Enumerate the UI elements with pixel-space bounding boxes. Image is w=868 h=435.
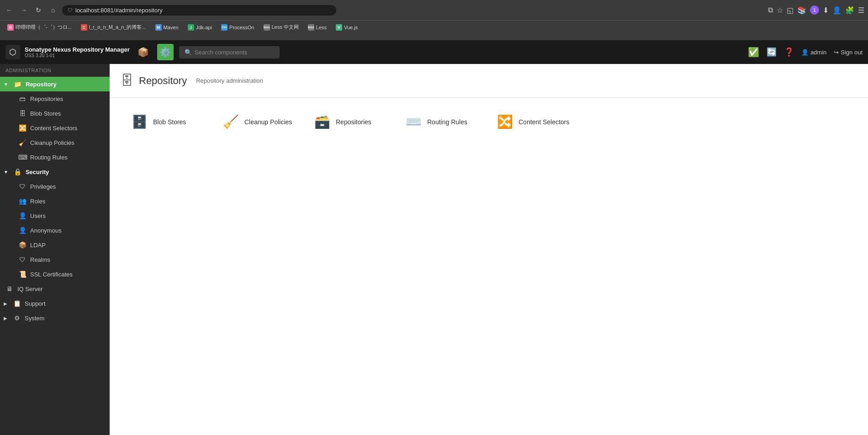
bookmark-less[interactable]: less Less [304,23,330,32]
address-text: localhost:8081/#admin/repository [75,7,163,14]
maven-favicon: M [155,24,162,31]
admin-name: admin [810,49,826,56]
refresh-icon[interactable]: 🔄 [767,47,777,57]
top-nav: ⬡ Sonatype Nexus Repository Manager OSS … [0,40,868,64]
app-title: Sonatype Nexus Repository Manager [25,46,130,53]
bookmark-less-cn[interactable]: less Less 中文网 [260,23,302,32]
sidebar-security-label: Security [26,169,49,175]
card-content-selectors[interactable]: 🔀 Content Selectors [486,107,580,137]
card-blob-stores[interactable]: 🗄️ Blob Stores [121,107,212,137]
page-subtitle: Repository administration [196,77,263,84]
sidebar-item-roles[interactable]: 👥 Roles [0,194,110,208]
bilibili-favicon: B [7,24,14,31]
repositories-icon: 🗃 [18,95,26,102]
app-container: ⬡ Sonatype Nexus Repository Manager OSS … [0,40,868,435]
cards-grid: 🗄️ Blob Stores 🧹 Cleanup Policies 🗃️ Rep… [110,98,868,146]
card-cleanup-policies[interactable]: 🧹 Cleanup Policies [212,107,303,137]
sidebar-item-content-selectors[interactable]: 🔀 Content Selectors [0,121,110,135]
bookmark-vuejs[interactable]: V Vue.js [332,23,361,32]
sidebar-item-security[interactable]: ▼ 🔒 Security [0,164,110,179]
menu-icon[interactable]: ☰ [858,6,864,15]
extensions-icon[interactable]: 🧩 [845,6,854,15]
sidebar-item-anonymous[interactable]: 👤 Anonymous [0,223,110,238]
sidebar-item-blob-stores[interactable]: 🗄 Blob Stores [0,106,110,121]
sidebar-item-routing-rules[interactable]: ⌨ Routing Rules [0,150,110,164]
translate-icon[interactable]: ⧉ [768,6,773,14]
sidebar-item-system[interactable]: ▶ ⚙ System [0,311,110,325]
sidebar-item-ssl-certificates[interactable]: 📜 SSL Certificates [0,267,110,281]
sidebar-item-repository[interactable]: ▼ 📁 Repository [0,77,110,91]
sidebar-system-label: System [25,315,44,322]
browse-icon-btn[interactable]: 📦 [135,44,152,60]
profile-icon[interactable]: 👤 [832,6,842,15]
repository-arrow-icon: ▼ [4,82,8,87]
bookmark-blog[interactable]: C l_r_o_n_M_a_n_的博客... [77,23,150,32]
blob-stores-card-label: Blob Stores [153,118,186,126]
bookmarks-bar: B 哔哩哔哩（゜-゜）つロ... C l_r_o_n_M_a_n_的博客... … [0,20,868,34]
address-bar[interactable]: 🛡 localhost:8081/#admin/repository [62,5,336,16]
sidebar-iq-server-label: IQ Server [17,286,43,292]
back-button[interactable]: ← [4,5,15,16]
sidebar-item-privileges[interactable]: 🛡 Privileges [0,179,110,194]
bookmarks-icon[interactable]: 📚 [797,6,806,15]
sidebar-item-cleanup-policies[interactable]: 🧹 Cleanup Policies [0,135,110,150]
roles-icon: 👥 [18,197,26,205]
sidebar-item-support[interactable]: ▶ 📋 Support [0,296,110,311]
sidebar-ldap-label: LDAP [30,242,46,249]
sidebar-routing-rules-label: Routing Rules [30,154,68,161]
privileges-icon: 🛡 [18,183,26,190]
sidebar-repository-label: Repository [26,81,57,88]
bookmark-jdk[interactable]: J Jdk-api [184,23,216,32]
sidebar-cleanup-policies-label: Cleanup Policies [30,139,74,146]
signout-button[interactable]: ↪ Sign out [834,49,863,56]
system-icon: ⚙ [13,314,21,322]
jdk-favicon: J [188,24,194,31]
bookmark-maven[interactable]: M Maven [152,23,182,32]
sidebar-item-realms[interactable]: 🛡 Realms [0,252,110,267]
ldap-icon: 📦 [18,241,26,249]
bookmark-processon[interactable]: On ProcessOn [217,23,258,32]
help-icon[interactable]: ❓ [784,47,794,57]
less-cn-favicon: less [264,24,270,31]
sidebar-item-iq-server[interactable]: 🖥 IQ Server [0,281,110,296]
sidebar-item-users[interactable]: 👤 Users [0,208,110,223]
status-ok-icon: ✅ [748,47,759,58]
sidebar-item-repositories[interactable]: 🗃 Repositories [0,91,110,106]
nav-right: ✅ 🔄 ❓ 👤 admin ↪ Sign out [748,47,863,58]
admin-user: 👤 admin [801,49,826,56]
card-repositories[interactable]: 🗃️ Repositories [303,107,395,137]
bookmark-star-icon[interactable]: ☆ [777,6,783,15]
routing-rules-card-icon: ⌨️ [406,114,422,129]
signout-label: Sign out [841,49,863,56]
forward-button[interactable]: → [18,5,29,16]
security-arrow-icon: ▼ [4,170,8,175]
user-icon: 👤 [801,49,809,56]
download-icon[interactable]: ⬇ [823,6,829,15]
blob-stores-card-icon: 🗄️ [132,114,148,129]
users-icon: 👤 [18,212,26,219]
ssl-icon: 📜 [18,271,26,278]
security-icon: 🛡 [68,7,73,13]
notification-icon[interactable]: 1 [810,5,819,15]
sidebar-roles-label: Roles [30,198,45,205]
admin-icon-btn[interactable]: ⚙️ [157,44,174,60]
repositories-card-icon: 🗃️ [314,114,330,129]
routing-rules-icon: ⌨ [18,154,26,161]
admin-section-header: Administration [0,64,110,77]
search-box[interactable]: 🔍 Search components [179,46,280,58]
content-selectors-icon: 🔀 [18,124,26,132]
refresh-button[interactable]: ↻ [33,5,44,16]
repositories-card-label: Repositories [336,118,371,126]
sidebar-ssl-label: SSL Certificates [30,271,73,278]
pocket-icon[interactable]: ◱ [787,6,794,15]
home-button[interactable]: ⌂ [48,5,58,16]
bookmark-bilibili[interactable]: B 哔哩哔哩（゜-゜）つロ... [4,23,75,32]
sidebar-item-ldap[interactable]: 📦 LDAP [0,238,110,252]
search-placeholder: Search components [195,49,248,56]
card-routing-rules[interactable]: ⌨️ Routing Rules [395,107,486,137]
sidebar-privileges-label: Privileges [30,183,56,190]
sidebar-realms-label: Realms [30,256,50,263]
vue-favicon: V [336,24,342,31]
less-favicon: less [308,24,314,31]
content-area: 🗄 Repository Repository administration 🗄… [110,64,868,435]
